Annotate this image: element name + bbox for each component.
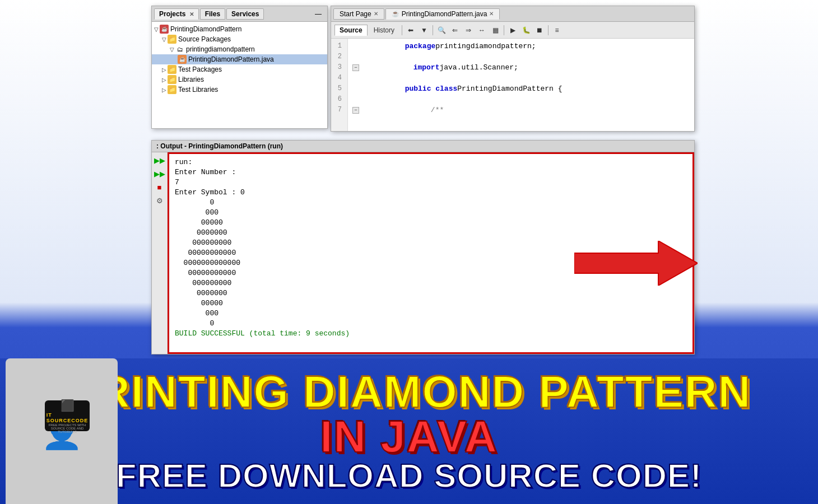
tree-item-java-file[interactable]: ☕ PrintingDiamondPattern.java [152, 54, 327, 64]
logo-main-text: IT SOURCECODE [47, 412, 89, 423]
collapse-icon-2[interactable]: − [352, 107, 359, 114]
stop-icon[interactable]: ⏹ [533, 24, 546, 36]
logo-icon: ⬛ [61, 399, 75, 412]
output-line-d11: 00000 [175, 298, 687, 309]
expand-arrow: ▽ [170, 46, 174, 53]
output-line-d1: 0 [175, 198, 687, 208]
expand-arrow: ▽ [154, 26, 159, 32]
output-line-7: 7 [175, 178, 687, 188]
more-icon[interactable]: ≡ [551, 24, 563, 36]
folder-icon: 📁 [168, 35, 176, 44]
project-tree: ▽ ☕ PrintingDiamondPattern ▽ 📁 Source Pa… [152, 22, 327, 128]
code-line-3: − import java.util.Scanner; [352, 62, 690, 73]
output-line-enter-num: Enter Number : [175, 167, 687, 178]
toolbar-separator [402, 25, 402, 35]
tree-label-libraries: Libraries [178, 76, 204, 83]
tab-java-editor[interactable]: ☕ PrintingDiamondPattern.java ✕ [385, 8, 500, 20]
clear-icon[interactable]: ⚙ [154, 195, 165, 206]
tree-label-package: printingdiamondpattern [186, 45, 255, 53]
tree-label-test: Test Packages [178, 66, 222, 73]
tab-start-page[interactable]: Start Page ✕ [333, 8, 384, 20]
tab-projects-close[interactable]: ✕ [189, 11, 194, 17]
java-file-icon: ☕ [178, 55, 187, 64]
editor-toolbar: Source History ⬅ ▼ 🔍 ⇐ ⇒ ↔ ▦ ▶ 🐛 ⏹ ≡ [331, 22, 694, 39]
find-prev-icon[interactable]: ⇐ [449, 24, 461, 36]
bottom-overlay: PRINTING DIAMOND PATTERN IN JAVA FREE DO… [0, 358, 818, 504]
select-icon[interactable]: ▦ [489, 24, 501, 36]
project-icon: ☕ [160, 25, 169, 34]
output-line-d10: 0000000 [175, 288, 687, 298]
line-numbers: 1 2 3 4 5 6 7 [331, 39, 348, 131]
title-java: IN JAVA [320, 414, 498, 459]
expand-arrow: ▷ [162, 77, 166, 83]
replace-icon[interactable]: ↔ [476, 24, 488, 36]
folder-icon: 📁 [168, 85, 176, 94]
search-icon[interactable]: 🔍 [435, 24, 448, 36]
editor-panel: Start Page ✕ ☕ PrintingDiamondPattern.ja… [331, 6, 695, 132]
tree-label-source: Source Packages [178, 35, 231, 43]
title-free: FREE DOWNLOAD SOURCE CODE! [116, 459, 702, 493]
tree-item-project[interactable]: ▽ ☕ PrintingDiamondPattern [152, 24, 327, 34]
expand-arrow: ▽ [162, 36, 166, 43]
output-title: : Output - PrintingDiamondPattern (run) [156, 142, 283, 150]
code-line-7: − /** [352, 105, 690, 115]
minimize-button[interactable]: — [312, 9, 325, 19]
output-line-d13: 0 [175, 319, 687, 329]
tree-item-libraries[interactable]: ▷ 📁 Libraries [152, 74, 327, 85]
code-editor[interactable]: 1 2 3 4 5 6 7 package printingdiamondpat… [331, 39, 694, 131]
run-icon[interactable]: ▶ [506, 24, 519, 36]
folder-icon: 📁 [168, 75, 176, 84]
code-line-1: package printingdiamondpattern; [352, 41, 690, 52]
code-line-5: public class PrintingDiamondPattern { [352, 83, 690, 94]
folder-icon: 📁 [168, 65, 176, 74]
source-button[interactable]: Source [334, 25, 368, 36]
output-header: : Output - PrintingDiamondPattern (run) [152, 141, 694, 152]
java-tab-icon: ☕ [392, 10, 399, 17]
collapse-icon[interactable]: − [352, 64, 359, 71]
toolbar-separator-4 [548, 25, 549, 35]
tab-projects[interactable]: Projects ✕ [154, 8, 199, 20]
output-line-d3: 00000 [175, 218, 687, 228]
forward-icon[interactable]: ▼ [418, 24, 430, 36]
title-main: PRINTING DIAMOND PATTERN [67, 370, 752, 414]
stop-output-icon[interactable]: ■ [154, 181, 165, 193]
tab-services[interactable]: Services [226, 8, 264, 20]
tree-label-java: PrintingDiamondPattern.java [188, 55, 274, 63]
project-panel: Projects ✕ Files Services — ▽ ☕ Printing… [151, 6, 328, 129]
red-arrow [574, 241, 698, 286]
output-toolbar: ▶▶ ▶▶ ■ ⚙ [152, 152, 168, 354]
history-button[interactable]: History [369, 25, 399, 36]
expand-arrow: ▷ [162, 87, 166, 93]
back-icon[interactable]: ⬅ [405, 24, 417, 36]
run-again-icon[interactable]: ▶▶ [154, 155, 165, 166]
debug-icon[interactable]: 🐛 [520, 24, 532, 36]
tree-label-project: PrintingDiamondPattern [170, 25, 241, 33]
tree-item-test-packages[interactable]: ▷ 📁 Test Packages [152, 64, 327, 74]
toolbar-separator-3 [504, 25, 504, 35]
rerun-icon[interactable]: ▶▶ [154, 168, 165, 179]
editor-tabs: Start Page ✕ ☕ PrintingDiamondPattern.ja… [331, 6, 694, 22]
output-line-build: BUILD SUCCESSFUL (total time: 9 seconds) [175, 329, 687, 339]
svg-marker-0 [574, 241, 698, 286]
tab-java-close[interactable]: ✕ [489, 11, 494, 17]
output-line-enter-sym: Enter Symbol : 0 [175, 188, 687, 198]
tab-files[interactable]: Files [200, 8, 225, 20]
tree-label-testlibs: Test Libraries [178, 86, 218, 94]
project-panel-tabs: Projects ✕ Files Services — [152, 6, 327, 22]
tree-item-source-packages[interactable]: ▽ 📁 Source Packages [152, 34, 327, 44]
tree-item-package[interactable]: ▽ 🗂 printingdiamondpattern [152, 44, 327, 54]
expand-arrow: ▷ [162, 67, 166, 73]
output-line-d4: 0000000 [175, 228, 687, 238]
output-line-d2: 000 [175, 208, 687, 218]
logo-sub-text: FREE PROJECTS WITH SOURCE CODE AND TUTOR… [47, 423, 87, 433]
logo-badge: ⬛ IT SOURCECODE FREE PROJECTS WITH SOURC… [45, 400, 90, 431]
find-next-icon[interactable]: ⇒ [462, 24, 475, 36]
output-line-run: run: [175, 157, 687, 167]
tab-start-close[interactable]: ✕ [374, 11, 378, 17]
code-content: package printingdiamondpattern; − import… [348, 39, 694, 131]
package-icon: 🗂 [175, 45, 184, 54]
tree-item-test-libraries[interactable]: ▷ 📁 Test Libraries [152, 85, 327, 95]
output-line-d12: 000 [175, 309, 687, 319]
toolbar-separator-2 [433, 25, 433, 35]
